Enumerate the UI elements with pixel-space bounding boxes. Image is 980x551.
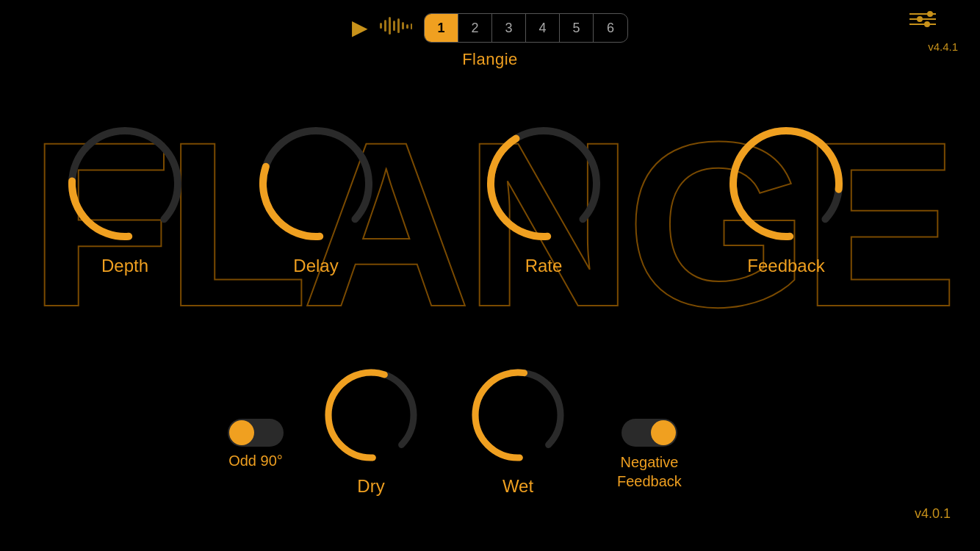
svg-point-14 [720, 118, 852, 250]
odd90-label: Odd 90° [228, 453, 283, 469]
depth-knob[interactable] [59, 118, 191, 250]
delay-label: Delay [293, 256, 338, 276]
svg-rect-2 [389, 17, 391, 35]
preset-tab-2[interactable]: 2 [458, 14, 492, 42]
dry-knob[interactable] [316, 360, 426, 470]
negative-feedback-toggle-container: Negative Feedback [617, 419, 682, 491]
odd90-toggle-container: Odd 90° [228, 419, 284, 469]
svg-point-15 [720, 118, 852, 250]
version-bottom: v4.0.1 [915, 506, 951, 522]
feedback-knob[interactable] [720, 118, 852, 250]
depth-label: Depth [101, 256, 148, 276]
wet-knob[interactable] [463, 360, 573, 470]
svg-rect-1 [384, 20, 386, 32]
depth-knob-container: Depth [59, 118, 191, 276]
preset-tab-6[interactable]: 6 [594, 14, 627, 42]
svg-point-10 [250, 118, 382, 250]
preset-tab-1[interactable]: 1 [425, 14, 458, 42]
svg-point-11 [250, 118, 382, 250]
feedback-knob-container: Feedback [720, 118, 852, 276]
preset-tab-3[interactable]: 3 [492, 14, 526, 42]
svg-point-18 [463, 360, 573, 470]
feedback-label: Feedback [747, 256, 824, 276]
svg-point-16 [316, 360, 426, 470]
svg-point-9 [59, 118, 191, 250]
svg-rect-5 [402, 22, 404, 29]
svg-rect-4 [397, 18, 400, 33]
rate-knob[interactable] [478, 118, 610, 250]
svg-point-17 [316, 360, 426, 470]
knobs-area: Depth Delay Rate Feedback [0, 96, 980, 507]
svg-rect-3 [393, 21, 395, 31]
waveform-icon [380, 15, 412, 40]
delay-knob[interactable] [250, 118, 382, 250]
dry-label: Dry [357, 476, 384, 497]
svg-point-8 [59, 118, 191, 250]
rate-label: Rate [525, 256, 563, 276]
delay-knob-container: Delay [250, 118, 382, 276]
preset-tab-4[interactable]: 4 [526, 14, 560, 42]
odd90-thumb [229, 420, 254, 445]
negative-feedback-thumb [651, 420, 676, 445]
wet-knob-container: Wet [463, 360, 573, 497]
odd90-toggle[interactable] [228, 419, 284, 447]
svg-point-12 [478, 118, 610, 250]
negative-feedback-toggle[interactable] [621, 419, 677, 447]
preset-tabs: 1 2 3 4 5 6 [424, 13, 628, 43]
version-top: v4.4.1 [928, 40, 958, 53]
wet-label: Wet [502, 476, 533, 497]
negative-feedback-label: Negative Feedback [617, 453, 682, 491]
svg-point-19 [463, 360, 573, 470]
preset-tab-5[interactable]: 5 [560, 14, 594, 42]
svg-point-13 [478, 118, 610, 250]
rate-knob-container: Rate [478, 118, 610, 276]
svg-rect-0 [380, 23, 382, 29]
preset-name: Flangie [462, 50, 518, 69]
settings-button[interactable] [909, 13, 936, 25]
dry-knob-container: Dry [316, 360, 426, 497]
header: ▶ 1 2 3 4 5 6 [0, 0, 980, 43]
svg-rect-7 [411, 24, 412, 29]
play-button[interactable]: ▶ [352, 18, 368, 38]
svg-rect-6 [406, 24, 408, 29]
